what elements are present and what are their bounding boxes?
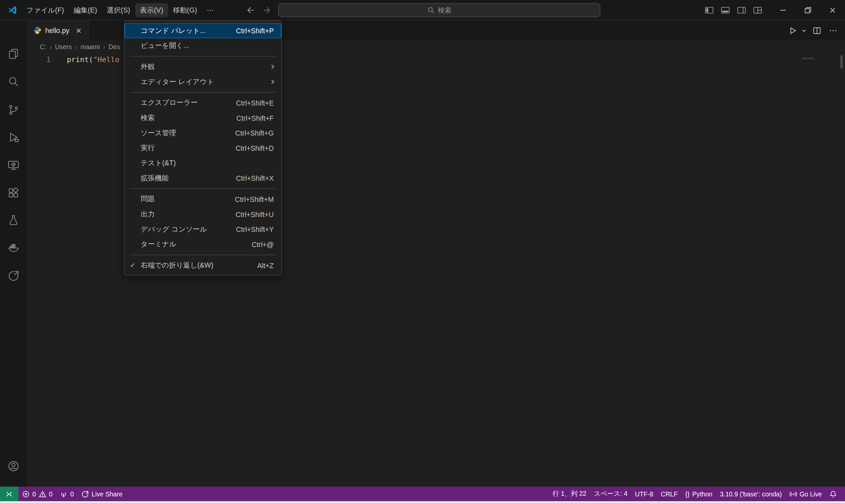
menu-item-editor-layout[interactable]: エディター レイアウト	[124, 74, 281, 89]
maximize-restore-button[interactable]	[795, 0, 820, 20]
arrow-right-icon	[262, 5, 273, 16]
activity-source-control-button[interactable]	[0, 97, 27, 123]
live-share-status[interactable]: Live Share	[77, 487, 126, 501]
menu-item-run[interactable]: 実行 Ctrl+Shift+D	[124, 141, 281, 156]
menu-selection[interactable]: 選択(S)	[102, 3, 135, 17]
go-live-label: Go Live	[799, 490, 822, 498]
breadcrumb-item-drive[interactable]: C:	[40, 43, 47, 51]
panel-icon	[720, 5, 731, 16]
menu-item-label: コマンド パレット...	[141, 26, 225, 35]
vscode-window: ファイル(F) 編集(E) 選択(S) 表示(V) 移動(G) ⋯ 検索	[0, 0, 845, 504]
notifications-bell[interactable]	[826, 487, 841, 501]
menu-item-label: 拡張機能	[141, 174, 225, 183]
menu-item-problems[interactable]: 問題 Ctrl+Shift+M	[124, 192, 281, 207]
tab-close-button[interactable]	[75, 27, 82, 34]
menu-item-appearance[interactable]: 外観	[124, 59, 281, 74]
minimize-button[interactable]	[771, 0, 795, 20]
toggle-secondary-sidebar-button[interactable]	[734, 3, 749, 18]
customize-layout-button[interactable]	[750, 3, 765, 18]
menu-edit[interactable]: 編集(E)	[69, 3, 102, 17]
back-button[interactable]	[242, 3, 258, 18]
activity-search-button[interactable]	[0, 69, 27, 95]
activity-extensions-button[interactable]	[0, 180, 27, 205]
menu-go[interactable]: 移動(G)	[168, 3, 202, 17]
python-interpreter[interactable]: 3.10.9 ('base': conda)	[716, 487, 786, 501]
submenu-chevron-icon	[269, 63, 276, 71]
split-editor-button[interactable]	[809, 23, 825, 38]
menu-item-shortcut: Ctrl+Shift+G	[235, 129, 274, 137]
taskbar-edge	[0, 501, 845, 504]
menu-item-label: 出力	[141, 210, 225, 219]
menu-item-open-view[interactable]: ビューを開く...	[124, 38, 281, 53]
menu-item-source-control[interactable]: ソース管理 Ctrl+Shift+G	[124, 125, 281, 141]
menu-item-word-wrap[interactable]: ✓ 右端での折り返し(&W) Alt+Z	[124, 258, 281, 273]
line-number: 1	[27, 53, 67, 65]
python-file-icon	[33, 26, 41, 34]
indentation-status[interactable]: スペース: 4	[590, 487, 631, 501]
remote-indicator[interactable]	[0, 487, 18, 501]
cursor-position[interactable]: 行 1、列 22	[549, 487, 590, 501]
activity-testing-button[interactable]	[0, 207, 27, 233]
warning-count: 0	[49, 490, 52, 498]
radio-tower-icon	[60, 490, 68, 498]
account-button[interactable]	[0, 453, 27, 479]
menu-view[interactable]: 表示(V)	[135, 3, 168, 17]
chevron-right-icon: ›	[75, 43, 77, 51]
breadcrumb-item-desktop[interactable]: Des	[109, 43, 120, 51]
source-control-icon	[7, 103, 20, 116]
menu-file[interactable]: ファイル(F)	[21, 3, 69, 17]
menu-more[interactable]: ⋯	[202, 3, 219, 17]
encoding-label: UTF-8	[635, 490, 653, 498]
tab-hello-py[interactable]: hello.py	[27, 20, 89, 40]
menu-item-label: エディター レイアウト	[141, 77, 274, 86]
problems-status[interactable]: 0 0	[18, 487, 56, 501]
chevron-right-icon: ›	[50, 43, 52, 51]
run-dropdown-button[interactable]	[800, 23, 808, 38]
menu-item-label: 検索	[141, 113, 226, 123]
language-label: Python	[692, 490, 712, 498]
live-share-icon	[7, 270, 20, 283]
activity-remote-explorer-button[interactable]	[0, 152, 27, 178]
command-center-search[interactable]: 検索	[278, 3, 600, 17]
docker-whale-icon	[7, 241, 20, 254]
breadcrumb-item-users[interactable]: Users	[55, 43, 72, 51]
forward-button[interactable]	[260, 3, 275, 18]
activity-explorer-button[interactable]	[0, 41, 27, 67]
menu-item-label: ターミナル	[141, 239, 241, 249]
interpreter-label: 3.10.9 ('base': conda)	[720, 490, 781, 498]
toggle-panel-button[interactable]	[718, 3, 733, 18]
arrow-left-icon	[245, 5, 256, 16]
tab-title: hello.py	[45, 26, 69, 34]
editor-scrollbar[interactable]	[840, 55, 843, 68]
menu-item-search[interactable]: 検索 Ctrl+Shift+F	[124, 110, 281, 126]
activity-run-debug-button[interactable]	[0, 124, 27, 150]
toggle-primary-sidebar-button[interactable]	[702, 3, 717, 18]
close-button[interactable]	[820, 0, 845, 20]
menu-separator	[130, 92, 276, 93]
menu-item-shortcut: Alt+Z	[257, 261, 274, 269]
breadcrumb-item-maami[interactable]: maami	[81, 43, 100, 51]
live-share-label: Live Share	[92, 490, 123, 498]
menu-item-extensions[interactable]: 拡張機能 Ctrl+Shift+X	[124, 170, 281, 186]
menu-item-label: エクスプローラー	[141, 98, 225, 108]
language-mode[interactable]: {} Python	[682, 487, 716, 501]
run-python-button[interactable]	[787, 23, 799, 38]
eol-status[interactable]: CRLF	[657, 487, 682, 501]
indentation-label: スペース: 4	[594, 489, 627, 499]
more-actions-button[interactable]	[826, 23, 841, 38]
activity-live-share-button[interactable]	[0, 263, 27, 289]
ports-status[interactable]: 0	[56, 487, 77, 501]
chevron-right-icon: ›	[103, 43, 105, 51]
menu-item-testing[interactable]: テスト(&T)	[124, 156, 281, 171]
menu-item-explorer[interactable]: エクスプローラー Ctrl+Shift+E	[124, 95, 281, 110]
activity-docker-button[interactable]	[0, 235, 27, 260]
go-live-button[interactable]: Go Live	[786, 487, 826, 501]
menu-item-command-palette[interactable]: コマンド パレット... Ctrl+Shift+P	[124, 23, 281, 38]
menu-item-debug-console[interactable]: デバッグ コンソール Ctrl+Shift+Y	[124, 222, 281, 237]
menu-separator	[130, 188, 276, 189]
play-icon	[789, 26, 797, 35]
menu-item-terminal[interactable]: ターミナル Ctrl+@	[124, 237, 281, 252]
encoding-status[interactable]: UTF-8	[631, 487, 657, 501]
menu-item-output[interactable]: 出力 Ctrl+Shift+U	[124, 207, 281, 222]
menu-item-shortcut: Ctrl+Shift+U	[236, 210, 274, 218]
